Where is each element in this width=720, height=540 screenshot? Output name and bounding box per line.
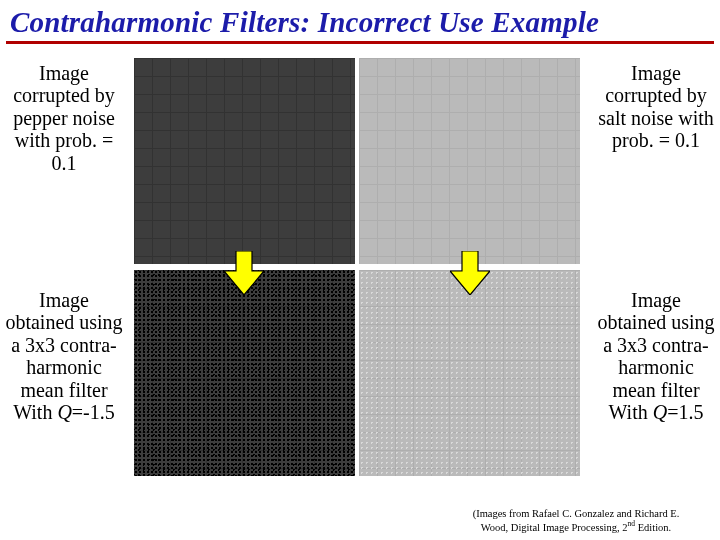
attribution-line2-post: Edition. <box>635 522 671 533</box>
arrow-down-icon <box>450 251 490 295</box>
svg-marker-1 <box>450 251 490 295</box>
image-filtered-q-neg <box>134 270 355 476</box>
title-underline <box>6 41 714 44</box>
caption-top-left: Image corrupted by pepper noise with pro… <box>4 62 124 174</box>
caption-bl-q: Q <box>57 401 71 423</box>
attribution-sup: nd <box>628 519 636 528</box>
arrow-down-icon <box>224 251 264 295</box>
caption-top-right: Image corrupted by salt noise with prob.… <box>596 62 716 152</box>
caption-bottom-left: Image obtained using a 3x3 contra- harmo… <box>4 289 124 423</box>
attribution-line2-pre: Wood, Digital Image Processing, 2 <box>481 522 628 533</box>
caption-br-val: =1.5 <box>667 401 703 423</box>
image-row-top <box>134 58 580 264</box>
caption-br-q: Q <box>653 401 667 423</box>
image-attribution: (Images from Rafael C. Gonzalez and Rich… <box>446 508 706 534</box>
caption-bl-val: =-1.5 <box>72 401 115 423</box>
image-salt-noise <box>359 58 580 264</box>
image-filtered-q-pos <box>359 270 580 476</box>
svg-marker-0 <box>224 251 264 295</box>
slide-content: Image corrupted by pepper noise with pro… <box>0 58 720 540</box>
image-grid <box>134 58 580 476</box>
image-row-bottom <box>134 270 580 476</box>
slide-title: Contraharmonic Filters: Incorrect Use Ex… <box>0 0 720 41</box>
caption-bottom-right: Image obtained using a 3x3 contra- harmo… <box>596 289 716 423</box>
image-pepper-noise <box>134 58 355 264</box>
attribution-line1: (Images from Rafael C. Gonzalez and Rich… <box>473 508 680 519</box>
